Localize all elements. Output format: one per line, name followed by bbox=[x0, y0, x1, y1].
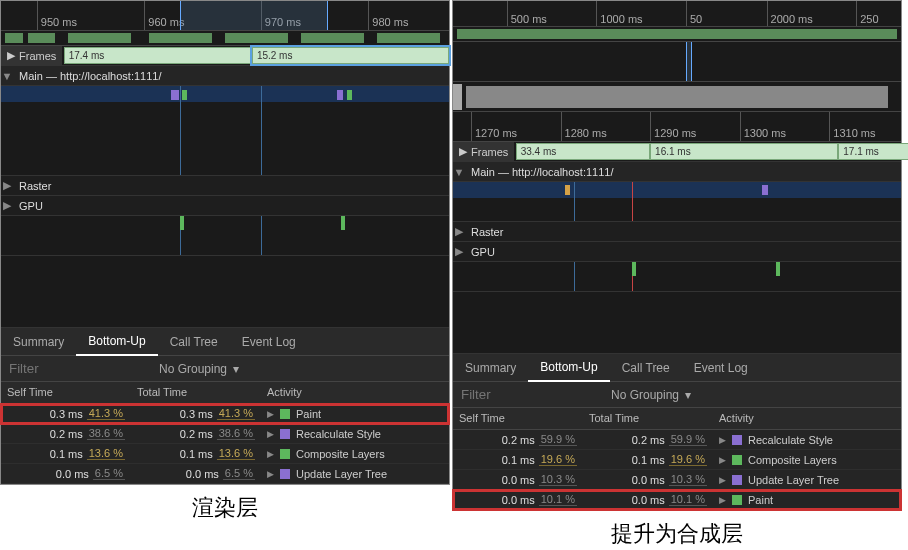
color-swatch bbox=[280, 409, 290, 419]
color-swatch bbox=[280, 429, 290, 439]
activity-name: Recalculate Style bbox=[748, 434, 833, 446]
timeline-ruler[interactable]: 950 ms 960 ms 970 ms 980 ms bbox=[1, 1, 449, 31]
tab-summary[interactable]: Summary bbox=[453, 355, 528, 381]
color-swatch bbox=[732, 475, 742, 485]
expand-icon[interactable]: ▶ bbox=[267, 469, 274, 479]
details-tabs: Summary Bottom-Up Call Tree Event Log bbox=[1, 328, 449, 356]
expand-icon[interactable]: ▶ bbox=[719, 435, 726, 445]
frames-lane[interactable]: ▶Frames 17.4 ms 15.2 ms bbox=[1, 46, 449, 66]
details-tabs: Summary Bottom-Up Call Tree Event Log bbox=[453, 354, 901, 382]
expand-icon[interactable]: ▶ bbox=[267, 429, 274, 439]
color-swatch bbox=[280, 449, 290, 459]
col-self-time[interactable]: Self Time bbox=[1, 382, 131, 403]
tab-bottom-up[interactable]: Bottom-Up bbox=[76, 328, 157, 356]
gpu-row[interactable]: ▶GPU bbox=[453, 242, 901, 262]
frame-block[interactable]: 17.4 ms bbox=[64, 47, 252, 64]
main-thread-row[interactable]: ▼ Main — http://localhost:1111/ bbox=[453, 162, 901, 182]
expand-icon[interactable]: ▶ bbox=[719, 455, 726, 465]
expand-icon[interactable]: ▶ bbox=[267, 409, 274, 419]
frame-block[interactable]: 15.2 ms bbox=[252, 47, 449, 64]
expand-icon[interactable]: ▶ bbox=[719, 495, 726, 505]
main-thread-row[interactable]: ▼ Main — http://localhost:1111/ bbox=[1, 66, 449, 86]
filter-input[interactable] bbox=[1, 358, 151, 379]
grouping-select[interactable]: No Grouping▾ bbox=[603, 385, 699, 405]
collapse-icon[interactable]: ▼ bbox=[1, 70, 13, 82]
expand-icon[interactable]: ▶ bbox=[267, 449, 274, 459]
overview-strip[interactable] bbox=[453, 42, 901, 82]
tab-call-tree[interactable]: Call Tree bbox=[610, 355, 682, 381]
cpu-overview[interactable] bbox=[1, 31, 449, 46]
col-activity[interactable]: Activity bbox=[261, 382, 449, 403]
tab-call-tree[interactable]: Call Tree bbox=[158, 329, 230, 355]
tick: 980 ms bbox=[368, 1, 408, 30]
frame-block[interactable]: 17.1 ms bbox=[838, 143, 908, 160]
table-row[interactable]: 0.0 ms6.5 %0.0 ms6.5 %▶Update Layer Tree bbox=[1, 464, 449, 484]
table-row[interactable]: 0.0 ms10.3 %0.0 ms10.3 %▶Update Layer Tr… bbox=[453, 470, 901, 490]
frames-overview[interactable] bbox=[453, 82, 901, 112]
col-total-time[interactable]: Total Time bbox=[131, 382, 261, 403]
color-swatch bbox=[732, 455, 742, 465]
caption-right: 提升为合成层 bbox=[452, 519, 902, 549]
tick: 960 ms bbox=[144, 1, 184, 30]
flame-chart[interactable] bbox=[1, 86, 449, 176]
expand-icon[interactable]: ▶ bbox=[719, 475, 726, 485]
expand-icon[interactable]: ▶ bbox=[453, 225, 465, 238]
table-row[interactable]: 0.1 ms19.6 %0.1 ms19.6 %▶Composite Layer… bbox=[453, 450, 901, 470]
caption-left: 渲染层 bbox=[0, 493, 450, 523]
grouping-select[interactable]: No Grouping▾ bbox=[151, 359, 247, 379]
flame-chart[interactable] bbox=[453, 182, 901, 222]
devtools-panel-right: 500 ms 1000 ms 50 2000 ms 250 1270 ms 12… bbox=[452, 0, 902, 511]
color-swatch bbox=[732, 435, 742, 445]
raster-row[interactable]: ▶Raster bbox=[453, 222, 901, 242]
expand-icon[interactable]: ▶ bbox=[7, 49, 15, 62]
expand-icon[interactable]: ▶ bbox=[453, 245, 465, 258]
collapse-icon[interactable]: ▼ bbox=[453, 166, 465, 178]
table-row[interactable]: 0.2 ms38.6 %0.2 ms38.6 %▶Recalculate Sty… bbox=[1, 424, 449, 444]
timeline-ruler[interactable]: 1270 ms 1280 ms 1290 ms 1300 ms 1310 ms bbox=[453, 112, 901, 142]
activity-name: Composite Layers bbox=[296, 448, 385, 460]
frame-block[interactable]: 33.4 ms bbox=[516, 143, 650, 160]
overview-ruler[interactable]: 500 ms 1000 ms 50 2000 ms 250 bbox=[453, 1, 901, 27]
frame-block[interactable]: 16.1 ms bbox=[650, 143, 838, 160]
table-header: Self Time Total Time Activity bbox=[453, 408, 901, 430]
raster-row[interactable]: ▶Raster bbox=[1, 176, 449, 196]
col-total-time[interactable]: Total Time bbox=[583, 408, 713, 429]
table-header: Self Time Total Time Activity bbox=[1, 382, 449, 404]
activity-name: Recalculate Style bbox=[296, 428, 381, 440]
devtools-panel-left: 950 ms 960 ms 970 ms 980 ms ▶Frames 17.4… bbox=[0, 0, 450, 485]
table-body: 0.2 ms59.9 %0.2 ms59.9 %▶Recalculate Sty… bbox=[453, 430, 901, 510]
chevron-down-icon: ▾ bbox=[233, 362, 239, 376]
activity-name: Update Layer Tree bbox=[748, 474, 839, 486]
gpu-row[interactable]: ▶GPU bbox=[1, 196, 449, 216]
table-row[interactable]: 0.3 ms41.3 %0.3 ms41.3 %▶Paint bbox=[1, 404, 449, 424]
expand-icon[interactable]: ▶ bbox=[1, 179, 13, 192]
gpu-lane[interactable] bbox=[453, 262, 901, 292]
tab-event-log[interactable]: Event Log bbox=[230, 329, 308, 355]
activity-name: Paint bbox=[748, 494, 773, 506]
frames-label: Frames bbox=[19, 50, 56, 62]
col-self-time[interactable]: Self Time bbox=[453, 408, 583, 429]
table-row[interactable]: 0.2 ms59.9 %0.2 ms59.9 %▶Recalculate Sty… bbox=[453, 430, 901, 450]
activity-name: Update Layer Tree bbox=[296, 468, 387, 480]
cpu-mini[interactable] bbox=[453, 27, 901, 42]
gpu-lane[interactable] bbox=[1, 216, 449, 256]
color-swatch bbox=[732, 495, 742, 505]
filter-input[interactable] bbox=[453, 384, 603, 405]
expand-icon[interactable]: ▶ bbox=[1, 199, 13, 212]
chevron-down-icon: ▾ bbox=[685, 388, 691, 402]
tab-bottom-up[interactable]: Bottom-Up bbox=[528, 354, 609, 382]
expand-icon[interactable]: ▶ bbox=[459, 145, 467, 158]
activity-name: Paint bbox=[296, 408, 321, 420]
activity-name: Composite Layers bbox=[748, 454, 837, 466]
tab-event-log[interactable]: Event Log bbox=[682, 355, 760, 381]
tab-summary[interactable]: Summary bbox=[1, 329, 76, 355]
col-activity[interactable]: Activity bbox=[713, 408, 901, 429]
table-row[interactable]: 0.0 ms10.1 %0.0 ms10.1 %▶Paint bbox=[453, 490, 901, 510]
table-body: 0.3 ms41.3 %0.3 ms41.3 %▶Paint0.2 ms38.6… bbox=[1, 404, 449, 484]
frames-lane[interactable]: ▶Frames 33.4 ms 16.1 ms 17.1 ms bbox=[453, 142, 901, 162]
tick: 950 ms bbox=[37, 1, 77, 30]
table-row[interactable]: 0.1 ms13.6 %0.1 ms13.6 %▶Composite Layer… bbox=[1, 444, 449, 464]
color-swatch bbox=[280, 469, 290, 479]
